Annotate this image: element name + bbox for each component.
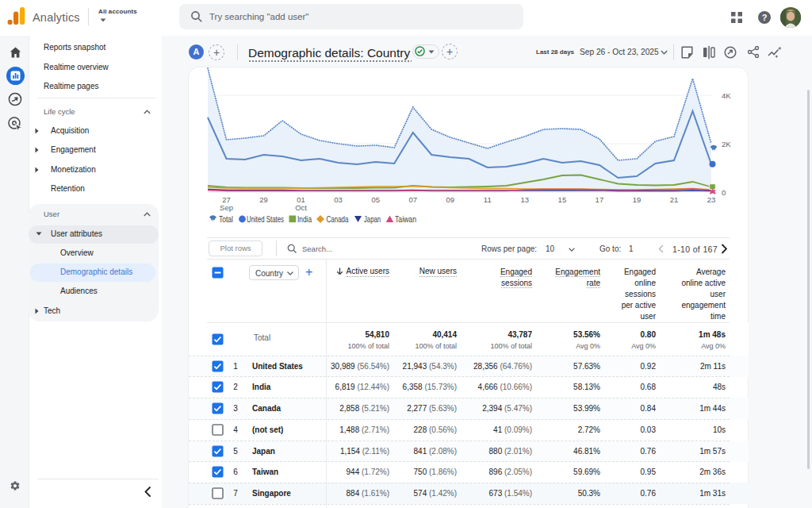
svg-text:17: 17 [596,195,604,204]
svg-text:15: 15 [558,195,567,204]
svg-text:09: 09 [446,195,455,204]
svg-text:19: 19 [633,195,642,204]
svg-text:2K: 2K [722,140,731,148]
svg-text:India: India [297,215,312,224]
svg-text:11: 11 [484,195,492,204]
svg-text:07: 07 [408,195,417,204]
svg-text:0: 0 [722,188,726,197]
svg-text:4K: 4K [722,91,731,100]
svg-text:03: 03 [334,195,343,204]
svg-text:Japan: Japan [364,215,381,224]
svg-text:05: 05 [371,195,380,204]
svg-text:13: 13 [521,195,530,204]
svg-text:Oct: Oct [295,203,307,212]
svg-text:Total: Total [219,215,233,224]
svg-text:29: 29 [259,195,268,204]
svg-text:Sep: Sep [220,203,233,212]
svg-text:United States: United States [247,215,284,224]
svg-text:Taiwan: Taiwan [395,215,416,224]
svg-text:Canada: Canada [327,215,349,224]
svg-text:21: 21 [670,195,679,204]
svg-text:23: 23 [707,195,716,204]
